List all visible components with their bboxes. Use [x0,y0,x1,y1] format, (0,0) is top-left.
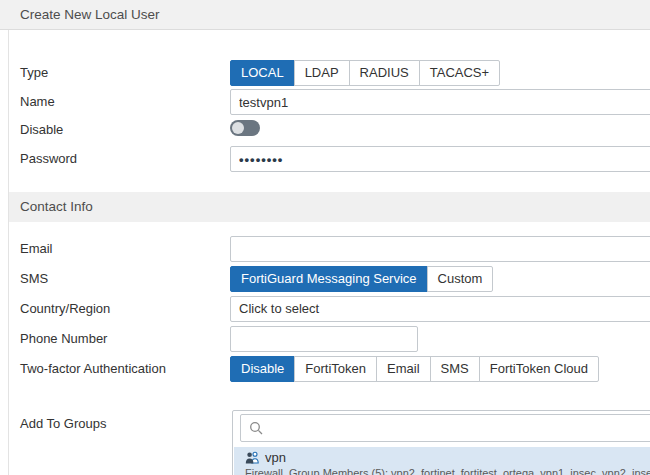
sms-label: SMS [20,271,48,286]
country-select-value: Click to select [239,301,319,316]
type-option-local[interactable]: LOCAL [230,60,295,86]
email-label: Email [20,241,53,256]
dialog-title-bar: Create New Local User [0,0,650,30]
add-to-groups-label: Add To Groups [20,416,106,431]
two-factor-label: Two-factor Authentication [20,361,166,376]
page-title: Create New Local User [20,7,160,22]
two-factor-option-email[interactable]: Email [376,356,431,382]
password-label: Password [20,151,77,166]
name-label: Name [20,94,55,109]
create-local-user-dialog: { "dialog": { "title": "Create New Local… [0,0,650,475]
phone-label: Phone Number [20,331,107,346]
phone-input[interactable] [230,326,418,352]
group-item-header: vpn [245,450,286,465]
sms-segmented-control: FortiGuard Messaging Service Custom [230,266,493,292]
section-title: Contact Info [20,199,93,214]
country-label: Country/Region [20,301,110,316]
group-description: Firewall. Group Members (5): vpn2, forti… [245,467,650,475]
type-option-tacacs[interactable]: TACACS+ [419,60,500,86]
sms-option-fortiguard[interactable]: FortiGuard Messaging Service [230,266,428,292]
password-input[interactable] [230,146,650,172]
country-select[interactable]: Click to select [230,296,650,322]
user-group-icon [245,451,260,464]
two-factor-option-fortitoken-cloud[interactable]: FortiToken Cloud [479,356,599,382]
sms-option-custom[interactable]: Custom [427,266,494,292]
type-label: Type [20,65,48,80]
contact-info-section-header: Contact Info [9,192,650,222]
groups-dropdown-panel: vpn Firewall. Group Members (5): vpn2, f… [232,410,650,475]
two-factor-option-fortitoken[interactable]: FortiToken [294,356,377,382]
name-input[interactable] [230,89,650,115]
group-list-item-vpn[interactable]: vpn Firewall. Group Members (5): vpn2, f… [234,447,650,475]
type-segmented-control: LOCAL LDAP RADIUS TACACS+ [230,60,500,86]
group-name: vpn [265,450,286,465]
groups-search-input[interactable] [269,416,649,440]
toggle-knob [232,122,244,134]
search-icon [249,421,264,436]
type-option-ldap[interactable]: LDAP [294,60,350,86]
email-input[interactable] [230,236,650,262]
panel-left-border [8,30,9,475]
two-factor-option-sms[interactable]: SMS [430,356,480,382]
disable-toggle[interactable] [230,120,260,136]
disable-label: Disable [20,122,63,137]
two-factor-option-disable[interactable]: Disable [230,356,295,382]
type-option-radius[interactable]: RADIUS [349,60,420,86]
two-factor-segmented-control: Disable FortiToken Email SMS FortiToken … [230,356,599,382]
groups-search-box[interactable] [240,414,650,442]
